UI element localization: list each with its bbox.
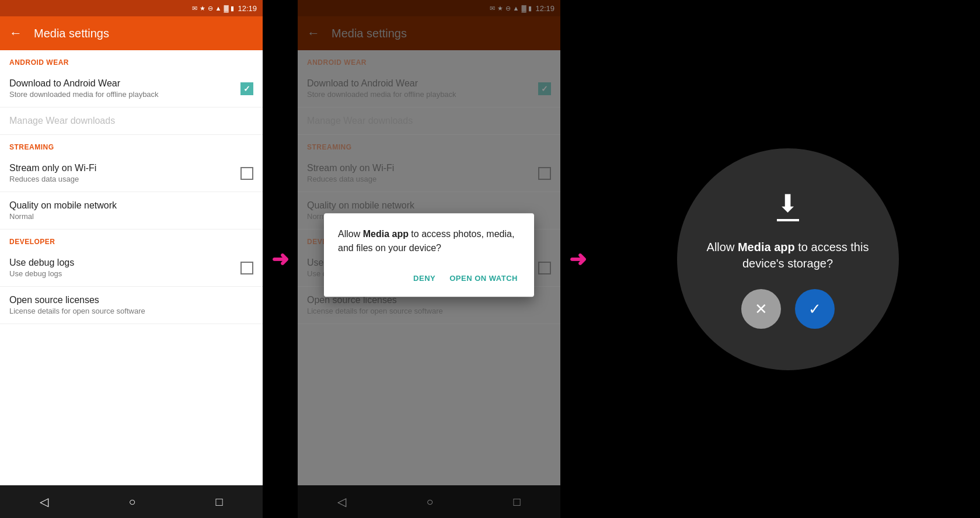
watch-app-name: Media app bbox=[738, 241, 795, 253]
bluetooth-icon: ★ bbox=[200, 5, 205, 12]
dialog-confirm-button[interactable]: OPEN ON WATCH bbox=[447, 269, 520, 287]
dialog-deny-button[interactable]: DENY bbox=[411, 269, 438, 287]
setting-title-debug-1: Use debug logs bbox=[9, 258, 74, 268]
setting-quality-1[interactable]: Quality on mobile network Normal bbox=[0, 192, 263, 230]
arrow-1: ➜ bbox=[271, 247, 289, 272]
download-line-icon bbox=[777, 219, 799, 221]
status-bar-1: ✉ ★ ⊖ ▲ ▓ ▮ 12:19 bbox=[0, 0, 263, 16]
setting-title-manage-2: Manage Wear downloads bbox=[307, 116, 413, 126]
setting-title-opensource-1: Open source licenses bbox=[9, 295, 145, 305]
nav-recents-1[interactable]: □ bbox=[215, 495, 222, 509]
section-header-streaming-1: STREAMING bbox=[0, 135, 263, 155]
time-1: 12:19 bbox=[238, 4, 257, 13]
dialog-app-name: Media app bbox=[363, 229, 409, 239]
app-bar-title-1: Media settings bbox=[34, 27, 109, 40]
setting-title-manage-1: Manage Wear downloads bbox=[9, 116, 115, 126]
back-button-1[interactable]: ← bbox=[9, 26, 22, 41]
setting-subtitle-stream-1: Reduces data usage bbox=[9, 175, 96, 183]
minus-circle-icon: ⊖ bbox=[208, 5, 213, 12]
nav-recents-2: □ bbox=[513, 495, 520, 509]
app-bar-2: ← Media settings bbox=[298, 16, 560, 50]
signal-icon-2: ▓ bbox=[521, 5, 526, 12]
setting-subtitle-download-2: Store downloaded media for offline playb… bbox=[307, 90, 456, 99]
mail-icon-2: ✉ bbox=[490, 5, 495, 12]
signal-icon: ▓ bbox=[224, 5, 228, 12]
mail-icon: ✉ bbox=[192, 5, 197, 12]
battery-icon: ▮ bbox=[231, 5, 234, 12]
watch-area: ⬇ Allow Media app to access this device'… bbox=[595, 0, 980, 518]
wifi-icon-2: ▲ bbox=[513, 5, 519, 12]
setting-manage-wear-1: Manage Wear downloads bbox=[0, 107, 263, 135]
watch-buttons: ✕ ✓ bbox=[741, 289, 835, 329]
setting-title-download-1: Download to Android Wear bbox=[9, 78, 159, 89]
permission-dialog[interactable]: Allow Media app to access photos, media,… bbox=[324, 213, 534, 297]
checkbox-debug-2 bbox=[538, 262, 551, 274]
phone-panel-2: Allow Media app to access photos, media,… bbox=[298, 0, 560, 518]
section-header-developer-1: DEVELOPER bbox=[0, 230, 263, 249]
status-bar-2: ✉ ★ ⊖ ▲ ▓ ▮ 12:19 bbox=[298, 0, 560, 16]
setting-stream-wifi-2: Stream only on Wi-Fi Reduces data usage bbox=[298, 155, 560, 192]
dialog-message: Allow Media app to access photos, media,… bbox=[338, 227, 520, 255]
watch-circle: ⬇ Allow Media app to access this device'… bbox=[677, 148, 899, 370]
section-header-android-wear-1: ANDROID WEAR bbox=[0, 50, 263, 70]
phone-panel-1: ✉ ★ ⊖ ▲ ▓ ▮ 12:19 ← Media settings ANDRO… bbox=[0, 0, 263, 518]
back-button-2[interactable]: ← bbox=[307, 26, 320, 41]
wifi-icon: ▲ bbox=[215, 5, 222, 12]
checkbox-debug-1[interactable] bbox=[240, 262, 253, 274]
status-icons-2: ✉ ★ ⊖ ▲ ▓ ▮ bbox=[490, 5, 532, 12]
setting-download-android-wear-2: Download to Android Wear Store downloade… bbox=[298, 70, 560, 107]
nav-home-2: ○ bbox=[426, 495, 433, 509]
setting-stream-wifi-1[interactable]: Stream only on Wi-Fi Reduces data usage bbox=[0, 155, 263, 192]
setting-manage-wear-2: Manage Wear downloads bbox=[298, 107, 560, 135]
nav-bar-1: ◁ ○ □ bbox=[0, 485, 263, 518]
setting-title-quality-1: Quality on mobile network bbox=[9, 200, 117, 211]
setting-subtitle-stream-2: Reduces data usage bbox=[307, 175, 394, 183]
settings-content-1: ANDROID WEAR Download to Android Wear St… bbox=[0, 50, 263, 485]
arrow-1-container: ➜ bbox=[263, 0, 298, 518]
setting-title-stream-1: Stream only on Wi-Fi bbox=[9, 163, 96, 173]
minus-circle-icon-2: ⊖ bbox=[505, 5, 511, 12]
watch-download-icon: ⬇ bbox=[777, 189, 799, 221]
nav-back-1[interactable]: ◁ bbox=[40, 495, 48, 509]
setting-subtitle-quality-1: Normal bbox=[9, 212, 117, 221]
watch-message: Allow Media app to access this device's … bbox=[700, 239, 876, 272]
setting-subtitle-opensource-2: License details for open source software bbox=[307, 307, 443, 315]
watch-confirm-icon: ✓ bbox=[808, 300, 821, 318]
arrow-2-container: ➜ bbox=[560, 0, 595, 518]
nav-bar-2: ◁ ○ □ bbox=[298, 485, 560, 518]
setting-opensource-1[interactable]: Open source licenses License details for… bbox=[0, 287, 263, 324]
watch-deny-button[interactable]: ✕ bbox=[741, 289, 781, 329]
setting-download-android-wear-1[interactable]: Download to Android Wear Store downloade… bbox=[0, 70, 263, 107]
checkbox-stream-2 bbox=[538, 167, 551, 180]
bluetooth-icon-2: ★ bbox=[497, 5, 503, 12]
battery-icon-2: ▮ bbox=[528, 5, 532, 12]
checkbox-stream-1[interactable] bbox=[240, 167, 253, 180]
nav-home-1[interactable]: ○ bbox=[128, 495, 135, 509]
status-icons-1: ✉ ★ ⊖ ▲ ▓ ▮ bbox=[192, 5, 235, 12]
arrow-2: ➜ bbox=[569, 247, 587, 272]
section-header-streaming-2: STREAMING bbox=[298, 135, 560, 155]
checkbox-download-1[interactable] bbox=[240, 82, 253, 95]
time-2: 12:19 bbox=[535, 4, 554, 13]
app-bar-title-2: Media settings bbox=[332, 27, 407, 40]
setting-subtitle-debug-1: Use debug logs bbox=[9, 269, 74, 278]
download-arrow-icon: ⬇ bbox=[777, 189, 798, 218]
setting-subtitle-opensource-1: License details for open source software bbox=[9, 307, 145, 315]
dialog-buttons: DENY OPEN ON WATCH bbox=[338, 269, 520, 287]
watch-confirm-button[interactable]: ✓ bbox=[795, 289, 835, 329]
checkbox-download-2 bbox=[538, 82, 551, 95]
watch-deny-icon: ✕ bbox=[755, 300, 768, 318]
section-header-android-wear-2: ANDROID WEAR bbox=[298, 50, 560, 70]
setting-title-stream-2: Stream only on Wi-Fi bbox=[307, 163, 394, 173]
setting-title-download-2: Download to Android Wear bbox=[307, 78, 456, 89]
nav-back-2: ◁ bbox=[337, 495, 346, 509]
setting-title-quality-2: Quality on mobile network bbox=[307, 200, 414, 211]
app-bar-1: ← Media settings bbox=[0, 16, 263, 50]
setting-debug-1[interactable]: Use debug logs Use debug logs bbox=[0, 249, 263, 287]
setting-subtitle-download-1: Store downloaded media for offline playb… bbox=[9, 90, 159, 99]
